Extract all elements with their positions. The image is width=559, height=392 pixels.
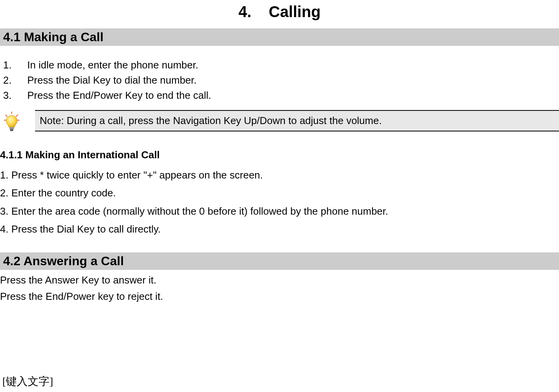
step-number: 2.	[3, 73, 27, 88]
note-container: Note: During a call, press the Navigatio…	[0, 110, 559, 133]
list-item: 4. Press the Dial Key to call directly.	[0, 221, 559, 237]
svg-rect-7	[10, 130, 13, 131]
section-heading-4-1: 4.1 Making a Call	[0, 28, 559, 46]
note-box: Note: During a call, press the Navigatio…	[35, 110, 559, 131]
list-item: 3. Enter the area code (normally without…	[0, 203, 559, 219]
lightbulb-icon	[0, 110, 23, 133]
step-number: 1.	[3, 58, 27, 73]
note-text: Note: During a call, press the Navigatio…	[40, 115, 382, 126]
svg-line-2	[16, 115, 18, 117]
list-item: 2. Press the Dial Key to dial the number…	[3, 73, 559, 88]
svg-line-1	[5, 115, 7, 117]
body-text: Press the Answer Key to answer it.	[0, 272, 559, 288]
svg-rect-5	[9, 127, 14, 129]
subsection-4-1-1: 4.1.1 Making an International Call 1. Pr…	[0, 149, 559, 237]
section-heading-4-2: 4.2 Answering a Call	[0, 252, 559, 270]
list-item: 2. Enter the country code.	[0, 185, 559, 201]
list-item: 1. In idle mode, enter the phone number.	[3, 58, 559, 73]
list-item: 3. Press the End/Power Key to end the ca…	[3, 88, 559, 103]
chapter-title-text: Calling	[269, 3, 320, 20]
step-number: 3.	[3, 88, 27, 103]
body-text: Press the End/Power key to reject it.	[0, 289, 559, 304]
step-text: Press the Dial Key to dial the number.	[27, 73, 197, 88]
step-text: In idle mode, enter the phone number.	[27, 58, 198, 73]
steps-list-4-1: 1. In idle mode, enter the phone number.…	[0, 58, 559, 103]
step-text: Press the End/Power Key to end the call.	[27, 88, 211, 103]
chapter-number: 4.	[238, 3, 251, 20]
subsection-heading-4-1-1: 4.1.1 Making an International Call	[0, 149, 559, 161]
list-item: 1. Press * twice quickly to enter "+" ap…	[0, 167, 559, 183]
svg-rect-6	[10, 129, 14, 130]
chapter-title: 4. Calling	[0, 0, 559, 28]
footer-placeholder: [键入文字]	[2, 374, 53, 389]
